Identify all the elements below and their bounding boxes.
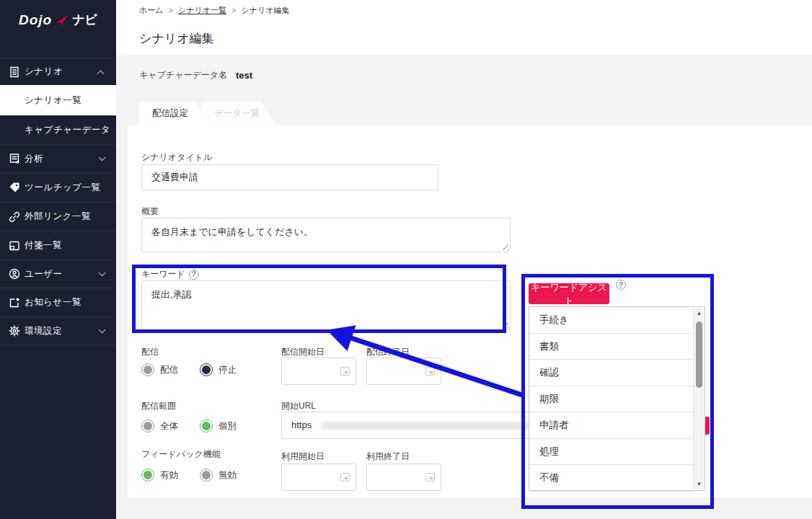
sidebar-item-notices[interactable]: お知らせ一覧 (0, 288, 116, 316)
scroll-down-icon[interactable]: ▼ (694, 479, 705, 489)
capture-data-name-row: キャプチャーデータ名 test (139, 69, 252, 81)
keyword-assist-item[interactable]: 書類 (529, 334, 694, 360)
radio-scope-all[interactable] (141, 420, 154, 432)
delivery-end-label: 配信終了日 (366, 346, 410, 358)
chevron-down-icon (99, 269, 106, 276)
radio-scope-individual[interactable] (200, 420, 213, 432)
resize-handle[interactable] (502, 321, 508, 328)
scrollbar-thumb[interactable] (696, 321, 702, 388)
delivery-radio-group: 配信 停止 (141, 363, 252, 376)
tag-icon (8, 182, 20, 194)
sidebar-item-scenario[interactable]: シナリオ (0, 58, 116, 85)
use-start-label: 利用開始日 (281, 451, 325, 463)
delivery-start-label: 配信開始日 (281, 346, 325, 358)
use-end-date-input[interactable] (366, 463, 441, 491)
help-icon[interactable]: ? (189, 270, 199, 280)
keyword-assist-button[interactable]: キーワードアシスト (529, 283, 609, 304)
radio-label: 全体 (160, 420, 178, 432)
sidebar-item-users[interactable]: ユーザー (0, 260, 116, 288)
keyword-value: 提出,承認 (151, 289, 192, 300)
scrollbar[interactable]: ▲ ▼ (693, 308, 704, 489)
start-url-value: https (291, 420, 312, 430)
keyword-assist-item[interactable]: 申請者 (529, 412, 694, 439)
radio-label: 無効 (219, 469, 237, 482)
logo-text-navi: ナビ (72, 12, 97, 28)
keyword-label-text: キーワード (141, 268, 185, 280)
calendar-icon[interactable] (340, 367, 350, 376)
calendar-icon[interactable] (340, 473, 350, 482)
sidebar: Dojo ナビ シナリオ シナリオ一覧 キャプチャーデータ 分析 (0, 0, 116, 519)
use-end-label: 利用終了日 (366, 451, 410, 463)
logo-text-dojo: Dojo (19, 12, 52, 28)
link-icon (8, 210, 20, 223)
breadcrumb-separator: > (169, 6, 173, 14)
sidebar-item-label: キャプチャーデータ (25, 124, 110, 136)
sidebar-item-scenario-list[interactable]: シナリオ一覧 (0, 85, 116, 115)
keyword-assist-item[interactable]: 処理 (529, 439, 694, 466)
notice-icon (8, 296, 20, 309)
tab-delivery-settings[interactable]: 配信設定 (139, 102, 211, 125)
sidebar-item-analysis[interactable]: 分析 (0, 144, 116, 172)
breadcrumb-separator: > (231, 6, 236, 14)
sticky-note-icon (8, 239, 20, 252)
sidebar-item-label: ユーザー (25, 268, 63, 280)
radio-delivery-on[interactable] (141, 363, 154, 376)
keyword-assist-item[interactable]: 確認 (529, 360, 694, 386)
radio-label: 有効 (160, 469, 178, 482)
page-title: シナリオ編集 (139, 30, 214, 47)
use-start-date-input[interactable] (281, 463, 356, 491)
delivery-label: 配信 (141, 346, 159, 358)
radio-feedback-disabled[interactable] (200, 469, 213, 482)
sidebar-item-capture-data[interactable]: キャプチャーデータ (0, 115, 116, 144)
user-icon (8, 268, 20, 280)
start-url-label: 開始URL (281, 400, 316, 412)
breadcrumb-home[interactable]: ホーム (139, 5, 164, 16)
tab-data-list[interactable]: データ一覧 (201, 102, 276, 125)
keyword-textarea[interactable]: 提出,承認 (141, 280, 511, 330)
delivery-start-date-input[interactable] (281, 358, 356, 385)
keyword-assist-item[interactable]: 手続き (529, 307, 694, 334)
sidebar-item-label: 外部リンク一覧 (25, 210, 91, 223)
scenario-title-input[interactable] (141, 164, 438, 190)
calendar-icon[interactable] (425, 367, 435, 376)
sidebar-item-sticky-notes[interactable]: 付箋一覧 (0, 231, 116, 260)
capture-data-label: キャプチャーデータ名 (139, 69, 227, 81)
tab-label: 配信設定 (152, 107, 188, 120)
document-icon (8, 66, 20, 78)
calendar-icon[interactable] (425, 473, 435, 482)
gear-icon (8, 325, 20, 337)
resize-handle[interactable] (502, 244, 508, 250)
sidebar-item-label: 付箋一覧 (25, 239, 62, 252)
keyword-assist-list: 手続き 書類 確認 期限 申請者 処理 不備 ▲ ▼ (529, 306, 705, 491)
scroll-up-icon[interactable]: ▲ (694, 308, 705, 319)
feedback-radio-group: 有効 無効 (141, 469, 252, 482)
summary-textarea[interactable]: 各自月末までに申請をしてください。 (141, 218, 511, 252)
capture-data-value: test (236, 70, 252, 81)
radio-label: 個別 (219, 420, 237, 432)
app-logo[interactable]: Dojo ナビ (19, 12, 97, 28)
radio-delivery-stop[interactable] (200, 363, 213, 376)
sidebar-item-external-links[interactable]: 外部リンク一覧 (0, 202, 116, 231)
sidebar-item-tooltip-list[interactable]: ツールチップ一覧 (0, 172, 116, 202)
breadcrumb-scenario-list-link[interactable]: シナリオ一覧 (178, 5, 226, 16)
radio-feedback-enabled[interactable] (141, 469, 154, 482)
redacted-url-segment (322, 422, 538, 430)
sidebar-item-label: お知らせ一覧 (25, 296, 81, 309)
title-bar: シナリオ編集 (116, 20, 812, 56)
sidebar-item-settings[interactable]: 環境設定 (0, 316, 116, 345)
summary-value: 各自月末までに申請をしてください。 (151, 226, 313, 237)
scenario-title-label: シナリオタイトル (141, 151, 212, 164)
help-icon[interactable]: ? (616, 280, 626, 290)
keyword-assist-item[interactable]: 不備 (529, 465, 694, 492)
keyword-assist-item[interactable]: 期限 (529, 386, 694, 413)
feedback-label: フィードバック機能 (141, 448, 221, 461)
delivery-end-date-input[interactable] (366, 358, 441, 385)
chevron-up-icon (97, 70, 105, 77)
sidebar-item-label: ツールチップ一覧 (25, 182, 100, 194)
tab-label: データ一覧 (214, 107, 260, 120)
breadcrumb-current: シナリオ編集 (241, 5, 289, 16)
chevron-down-icon (99, 154, 106, 161)
analysis-icon (8, 153, 20, 165)
delivery-scope-radio-group: 全体 個別 (141, 420, 252, 432)
radio-label: 停止 (219, 364, 237, 376)
